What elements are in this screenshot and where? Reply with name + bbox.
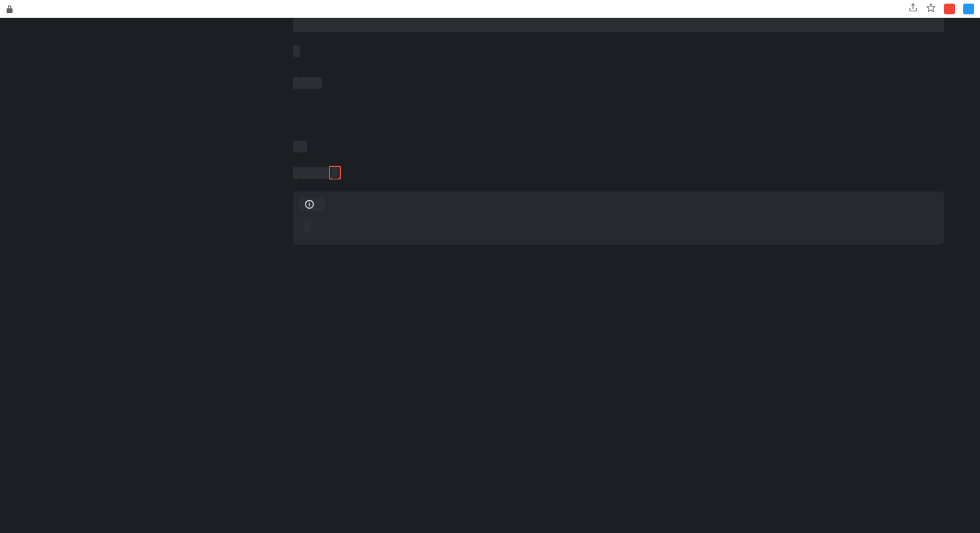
inline-code <box>300 167 307 179</box>
inline-code <box>304 220 311 232</box>
inline-code <box>315 167 322 179</box>
paragraph-atomikos-intro <box>293 139 944 154</box>
lock-icon <box>6 5 13 13</box>
note-header: i <box>299 197 325 211</box>
extension-icon-red[interactable] <box>944 4 955 14</box>
inline-code <box>300 141 307 153</box>
inline-code <box>331 167 338 179</box>
inline-code <box>293 45 300 57</box>
paragraph-logs <box>293 165 944 181</box>
browser-address-bar <box>0 0 980 18</box>
note-box: i <box>293 191 944 245</box>
svg-marker-0 <box>927 4 935 11</box>
inline-code <box>293 77 300 89</box>
main-content: i <box>279 18 980 533</box>
sidebar <box>0 18 279 533</box>
note-body <box>293 211 944 245</box>
code-block <box>293 18 944 32</box>
info-icon: i <box>305 200 314 209</box>
paragraph-env <box>293 75 944 91</box>
paragraph-jndi <box>293 43 944 59</box>
extension-icon-blue[interactable] <box>963 4 974 14</box>
highlighted-annotation <box>329 166 341 179</box>
heading-atomikos <box>293 109 944 128</box>
share-icon[interactable] <box>908 3 918 14</box>
inline-code <box>293 167 300 179</box>
star-icon[interactable] <box>926 3 936 14</box>
inline-code <box>315 77 322 89</box>
browser-actions <box>908 3 974 14</box>
atomikos-properties-link[interactable] <box>331 167 338 178</box>
inline-code <box>307 167 315 179</box>
inline-code <box>300 77 307 89</box>
inline-code <box>293 141 300 153</box>
inline-code <box>307 77 315 89</box>
inline-code <box>322 167 329 179</box>
